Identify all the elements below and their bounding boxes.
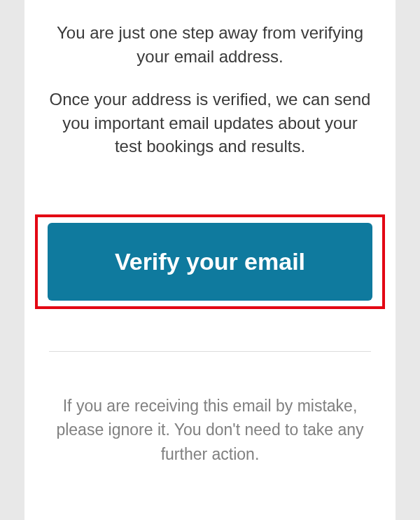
divider	[49, 351, 371, 352]
button-highlight-frame: Verify your email	[35, 214, 385, 309]
footer-disclaimer: If you are receiving this email by mista…	[49, 394, 371, 467]
email-card: You are just one step away from verifyin…	[24, 0, 396, 520]
intro-text: You are just one step away from verifyin…	[49, 21, 371, 68]
detail-text: Once your address is verified, we can se…	[49, 88, 371, 158]
verify-email-button[interactable]: Verify your email	[48, 223, 372, 301]
